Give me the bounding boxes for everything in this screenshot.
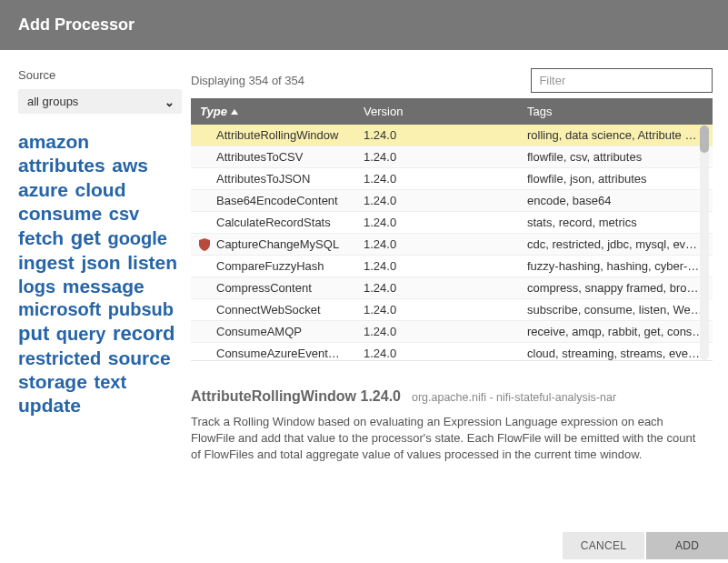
table-row[interactable]: ConsumeAMQP1.24.0receive, amqp, rabbit, …: [191, 321, 713, 343]
tag-record[interactable]: record: [113, 322, 175, 345]
table-row[interactable]: ConnectWebSocket1.24.0subscribe, consume…: [191, 299, 713, 321]
tag-json[interactable]: json: [81, 252, 120, 273]
column-header-tags[interactable]: Tags: [518, 98, 713, 125]
cell-type: CalculateRecordStats: [191, 212, 354, 233]
tag-update[interactable]: update: [18, 395, 81, 416]
cell-tags: flowfile, json, attributes: [518, 168, 713, 189]
cell-version: 1.24.0: [354, 299, 518, 320]
source-select[interactable]: all groups ⌄: [18, 89, 182, 114]
dialog-title: Add Processor: [0, 0, 728, 50]
cell-type: Base64EncodeContent: [191, 190, 354, 211]
tag-listen[interactable]: listen: [127, 252, 177, 273]
cell-version: 1.24.0: [354, 277, 518, 298]
tag-google[interactable]: google: [107, 228, 167, 248]
tag-logs[interactable]: logs: [18, 276, 55, 297]
tag-attributes[interactable]: attributes: [18, 155, 105, 176]
detail-description: Track a Rolling Window based on evaluati…: [191, 414, 704, 464]
tag-csv[interactable]: csv: [109, 204, 139, 224]
cell-version: 1.24.0: [354, 343, 518, 361]
table-row[interactable]: CompressContent1.24.0compress, snappy fr…: [191, 277, 713, 299]
table-row[interactable]: AttributesToCSV1.24.0flowfile, csv, attr…: [191, 146, 713, 168]
column-header-version[interactable]: Version: [354, 98, 518, 125]
cell-type: AttributeRollingWindow: [191, 125, 354, 146]
cell-version: 1.24.0: [354, 168, 518, 189]
tag-ingest[interactable]: ingest: [18, 252, 75, 273]
cell-type: CompareFuzzyHash: [191, 256, 354, 276]
tag-cloud: amazon attributes aws azure cloud consum…: [18, 130, 182, 417]
cell-version: 1.24.0: [354, 146, 518, 167]
sort-asc-icon: [231, 109, 238, 115]
source-label: Source: [18, 68, 182, 82]
cell-type: ConnectWebSocket: [191, 299, 354, 320]
tag-storage[interactable]: storage: [18, 371, 87, 392]
table-row[interactable]: AttributesToJSON1.24.0flowfile, json, at…: [191, 168, 713, 190]
tag-amazon[interactable]: amazon: [18, 131, 89, 152]
tag-message[interactable]: message: [63, 276, 145, 297]
shield-icon: [199, 238, 210, 251]
scrollbar-thumb[interactable]: [700, 126, 709, 153]
table-row[interactable]: AttributeRollingWindow1.24.0rolling, dat…: [191, 125, 713, 146]
tag-get[interactable]: get: [71, 226, 101, 249]
cell-type: CompressContent: [191, 277, 354, 298]
table-row[interactable]: CompareFuzzyHash1.24.0fuzzy-hashing, has…: [191, 256, 713, 277]
detail-title: AttributeRollingWindow 1.24.0: [191, 388, 401, 405]
tag-restricted[interactable]: restricted: [18, 348, 101, 368]
result-count: Displaying 354 of 354: [191, 74, 304, 87]
cell-tags: fuzzy-hashing, hashing, cyber-…: [518, 256, 713, 276]
tag-azure[interactable]: azure: [18, 179, 68, 200]
tag-consume[interactable]: consume: [18, 203, 102, 224]
tag-query[interactable]: query: [56, 324, 105, 344]
cell-type: ConsumeAMQP: [191, 321, 354, 342]
cell-tags: cloud, streaming, streams, eve…: [518, 343, 713, 361]
cell-tags: encode, base64: [518, 190, 713, 211]
cell-type: CaptureChangeMySQL: [191, 234, 354, 255]
tag-microsoft[interactable]: microsoft: [18, 299, 101, 319]
tag-source[interactable]: source: [108, 347, 171, 368]
sidebar: Source all groups ⌄ amazon attributes aw…: [18, 68, 182, 361]
dialog-footer: CANCEL ADD: [0, 532, 728, 563]
cell-version: 1.24.0: [354, 125, 518, 146]
cell-version: 1.24.0: [354, 212, 518, 233]
tag-pubsub[interactable]: pubsub: [108, 299, 174, 319]
tag-cloud[interactable]: cloud: [75, 179, 125, 200]
cell-tags: flowfile, csv, attributes: [518, 146, 713, 167]
processor-table: Type Version Tags AttributeRollingWindow…: [191, 98, 713, 361]
cell-tags: compress, snappy framed, bro…: [518, 277, 713, 298]
cell-version: 1.24.0: [354, 190, 518, 211]
chevron-down-icon: ⌄: [165, 95, 175, 108]
add-button[interactable]: ADD: [646, 532, 728, 559]
table-row[interactable]: CalculateRecordStats1.24.0stats, record,…: [191, 212, 713, 234]
cell-tags: receive, amqp, rabbit, get, cons…: [518, 321, 713, 342]
column-header-type[interactable]: Type: [191, 98, 354, 125]
table-row[interactable]: Base64EncodeContent1.24.0encode, base64: [191, 190, 713, 212]
cell-tags: subscribe, consume, listen, We…: [518, 299, 713, 320]
tag-aws[interactable]: aws: [112, 155, 148, 176]
source-select-value: all groups: [27, 95, 78, 108]
cell-tags: stats, record, metrics: [518, 212, 713, 233]
tag-put[interactable]: put: [18, 322, 49, 345]
table-row[interactable]: ConsumeAzureEventHub1.24.0cloud, streami…: [191, 343, 713, 361]
vertical-scrollbar[interactable]: [696, 126, 713, 360]
cell-type: AttributesToJSON: [191, 168, 354, 189]
cell-version: 1.24.0: [354, 321, 518, 342]
column-header-type-label: Type: [200, 105, 227, 118]
table-header: Type Version Tags: [191, 98, 713, 125]
cell-type: AttributesToCSV: [191, 146, 354, 167]
cell-type: ConsumeAzureEventHub: [191, 343, 354, 361]
cell-tags: cdc, restricted, jdbc, mysql, ev…: [518, 234, 713, 255]
filter-input[interactable]: [531, 68, 713, 93]
cell-version: 1.24.0: [354, 234, 518, 255]
cancel-button[interactable]: CANCEL: [563, 532, 644, 559]
main-panel: Displaying 354 of 354 Type Version Tags …: [191, 68, 713, 361]
table-row[interactable]: CaptureChangeMySQL1.24.0cdc, restricted,…: [191, 234, 713, 256]
cell-version: 1.24.0: [354, 256, 518, 276]
tag-text[interactable]: text: [94, 372, 126, 392]
tag-fetch[interactable]: fetch: [18, 227, 64, 248]
cell-tags: rolling, data science, Attribute …: [518, 125, 713, 146]
detail-artifact: org.apache.nifi - nifi-stateful-analysis…: [412, 391, 616, 404]
